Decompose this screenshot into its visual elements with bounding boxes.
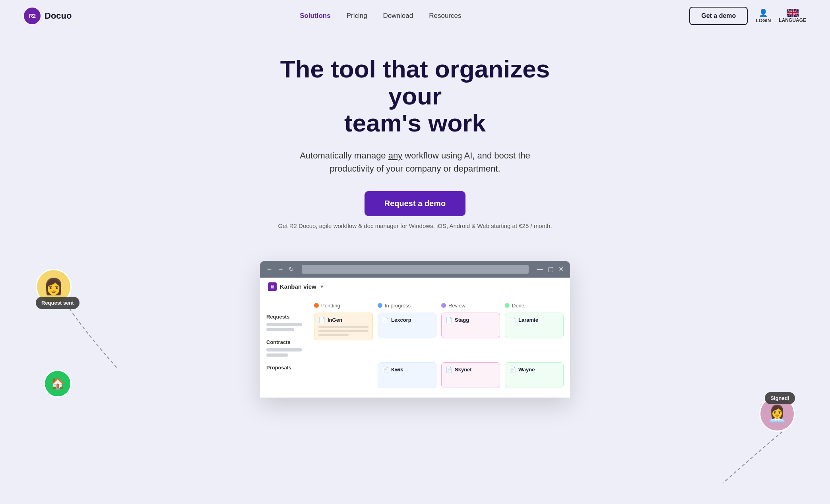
requests-label: Requests [266,314,309,320]
ingen-file-icon: 📄 [318,317,325,323]
in-progress-column: In progress 📄 Lexcorp 📄 Kwik [378,303,436,391]
back-icon: ← [266,266,273,273]
forward-icon: → [277,266,284,273]
kanban-app-icon: ▦ [268,282,277,291]
kwik-title: Kwik [391,367,403,373]
skynet-title: Skynet [455,367,472,373]
card-line [318,326,368,328]
request-demo-button[interactable]: Request a demo [365,191,465,216]
user-icon: 👤 [759,8,768,17]
dashed-curve-left [62,301,133,380]
card-line [318,330,368,332]
proposals-label: Proposals [266,365,309,371]
address-bar [302,265,529,274]
contracts-bar-1 [266,348,302,351]
wayne-title: Wayne [518,367,535,373]
done-column: Done 📄 Laramie 📄 Wayne [505,303,564,391]
wayne-file-icon: 📄 [509,367,516,373]
done-label: Done [512,303,524,309]
kanban-columns: Pending 📄 InGen [314,303,564,391]
navigation: R2 Docuo Solutions Pricing Download Reso… [0,0,830,32]
browser-window-controls: — ▢ ✕ [537,265,564,273]
stagg-title: Stagg [455,317,469,323]
laramie-file-icon: 📄 [509,317,516,323]
hero-title: The tool that organizes your team's work [256,56,574,137]
kanban-row-labels: Requests Contracts Proposals [266,303,314,391]
contracts-bar-2 [266,353,288,357]
done-header: Done [505,303,564,309]
dashed-curve-right [711,428,790,487]
login-button[interactable]: 👤 LOGIN [756,8,771,23]
card-line [318,334,349,336]
right-avatar-container: Signed! 👩‍💼 [759,396,795,432]
lexcorp-card[interactable]: 📄 Lexcorp [378,313,436,338]
bottom-green-avatar: 🏠 [44,370,72,398]
kwik-card[interactable]: 📄 Kwik [378,362,436,388]
skynet-file-icon: 📄 [446,367,452,373]
pending-header: Pending [314,303,373,309]
logo[interactable]: R2 Docuo [24,8,72,24]
pending-dot [314,303,319,308]
maximize-icon: ▢ [548,265,554,273]
ingen-card-lines [318,326,368,336]
laramie-title: Laramie [518,317,538,323]
in-progress-header: In progress [378,303,436,309]
language-selector[interactable]: LANGUAGE [779,9,806,23]
flag-icon [787,9,799,17]
kanban-view-label: Kanban view [280,283,316,290]
proposals-section: Proposals [266,365,309,371]
left-avatar-container: 👩 Request sent [36,269,72,305]
pending-column: Pending 📄 InGen [314,303,373,391]
nav-download[interactable]: Download [383,12,413,20]
hero-subtitle: Automatically manage any workflow using … [280,149,550,175]
laramie-card[interactable]: 📄 Laramie [505,313,564,338]
minimize-icon: — [537,266,543,273]
contracts-label: Contracts [266,339,309,345]
logo-text: Docuo [45,11,72,21]
browser-nav-controls: ← → ↻ [266,265,294,273]
ingen-card[interactable]: 📄 InGen [314,313,373,340]
nav-links: Solutions Pricing Download Resources [300,12,461,20]
close-icon: ✕ [559,265,564,273]
chevron-down-icon: ▼ [320,284,324,290]
pending-label: Pending [321,303,340,309]
refresh-icon: ↻ [289,265,294,273]
get-demo-button[interactable]: Get a demo [689,7,748,25]
in-progress-label: In progress [385,303,411,309]
in-progress-dot [378,303,382,308]
lexcorp-file-icon: 📄 [382,317,389,323]
review-label: Review [448,303,465,309]
screenshot-section: 👩 Request sent ← → ↻ — ▢ ✕ ▦ Kanban view [0,261,830,398]
requests-bar-1 [266,323,302,326]
review-column: Review 📄 Stagg 📄 Skynet [441,303,500,391]
nav-solutions[interactable]: Solutions [300,12,330,20]
browser-bar: ← → ↻ — ▢ ✕ [260,261,570,278]
nav-right: Get a demo 👤 LOGIN LANGUAGE [689,7,806,25]
skynet-card[interactable]: 📄 Skynet [441,362,500,388]
wayne-card[interactable]: 📄 Wayne [505,362,564,388]
nav-resources[interactable]: Resources [429,12,461,20]
ingen-title: InGen [328,317,342,323]
browser-window: ← → ↻ — ▢ ✕ ▦ Kanban view ▼ R [260,261,570,398]
kanban-body: Requests Contracts Proposals [260,296,570,398]
stagg-card[interactable]: 📄 Stagg [441,313,500,338]
hero-caption: Get R2 Docuo, agile workflow & doc manag… [16,222,814,229]
stagg-file-icon: 📄 [446,317,452,323]
nav-pricing[interactable]: Pricing [347,12,367,20]
logo-icon: R2 [24,8,41,24]
request-sent-badge: Request sent [36,297,80,309]
contracts-section: Contracts [266,339,309,357]
review-header: Review [441,303,500,309]
done-dot [505,303,510,308]
kwik-file-icon: 📄 [382,367,389,373]
kanban-header: ▦ Kanban view ▼ [260,278,570,296]
signed-badge: Signed! [765,392,795,404]
lexcorp-title: Lexcorp [391,317,411,323]
requests-bar-2 [266,328,294,331]
hero-section: The tool that organizes your team's work… [0,32,830,245]
requests-section: Requests [266,314,309,331]
review-dot [441,303,446,308]
